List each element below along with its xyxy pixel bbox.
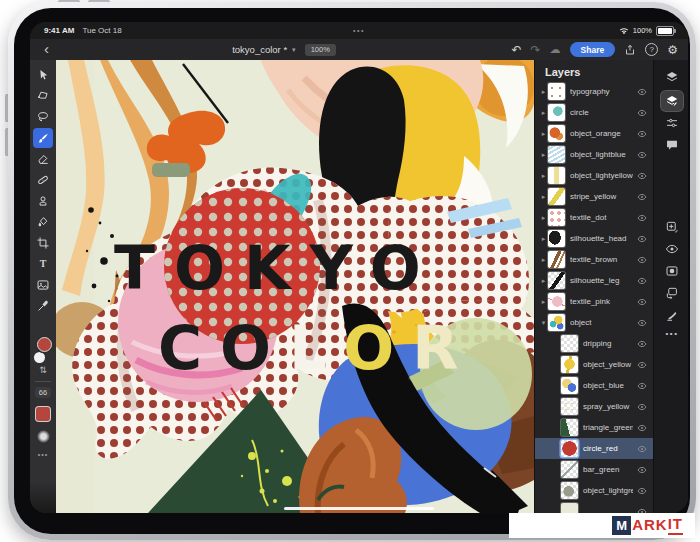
layer-row-silhouette_leg[interactable]: ▸silhouette_leg [535, 270, 653, 291]
chevron-right-icon[interactable]: ▸ [539, 109, 548, 117]
layer-row-textile_brown[interactable]: ▸textile_brown [535, 249, 653, 270]
document-title[interactable]: tokyo_color * [232, 44, 287, 55]
visibility-eye-icon[interactable] [637, 381, 647, 391]
visibility-eye-icon[interactable] [637, 444, 647, 454]
canvas-area[interactable]: TOKYO COLOR [56, 60, 534, 513]
visibility-eye-icon[interactable] [637, 465, 647, 475]
polygon-lasso-tool[interactable] [33, 86, 53, 106]
chevron-right-icon[interactable]: ▸ [539, 193, 548, 201]
layer-row-triangle_green[interactable]: triangle_green [535, 417, 653, 438]
layer-list[interactable]: ▸typography▸circle▸object_orange▸object_… [535, 81, 653, 513]
layer-row-circle[interactable]: ▸circle [535, 102, 653, 123]
visibility-eye-icon[interactable] [637, 255, 647, 265]
layer-row-stripe_yellow[interactable]: ▸stripe_yellow [535, 186, 653, 207]
layer-name: stripe_yellow [570, 192, 633, 201]
zoom-level-badge[interactable]: 100% [305, 44, 336, 56]
move-tool[interactable] [33, 65, 53, 85]
share-button[interactable]: Share [570, 42, 616, 57]
layer-fill-icon[interactable] [661, 307, 683, 323]
foreground-color-swatch[interactable] [37, 337, 52, 352]
swap-colors-icon[interactable]: ⇅ [39, 366, 47, 375]
visibility-eye-icon[interactable] [637, 213, 647, 223]
chevron-right-icon[interactable]: ▸ [539, 88, 548, 96]
help-icon[interactable]: ? [645, 43, 658, 56]
layer-row-dripping[interactable]: dripping [535, 333, 653, 354]
clone-stamp-tool[interactable] [33, 191, 53, 211]
layer-row-object_orange[interactable]: ▸object_orange [535, 123, 653, 144]
chevron-right-icon[interactable]: ▸ [539, 256, 548, 264]
chevron-down-icon[interactable]: ▾ [539, 319, 548, 327]
place-image-tool[interactable] [33, 275, 53, 295]
settings-gear-icon[interactable]: ⚙ [667, 44, 678, 56]
layer-row-circle_red[interactable]: circle_red [535, 438, 653, 459]
eyedropper-tool[interactable] [33, 296, 53, 316]
visibility-eye-icon[interactable] [637, 129, 647, 139]
visibility-eye-icon[interactable] [637, 297, 647, 307]
visibility-eye-icon[interactable] [637, 339, 647, 349]
visibility-eye-icon[interactable] [637, 486, 647, 496]
chevron-right-icon[interactable]: ▸ [539, 235, 548, 243]
current-color-swatch[interactable] [36, 407, 50, 421]
redo-icon[interactable]: ↷ [531, 44, 541, 56]
export-icon[interactable] [624, 44, 636, 56]
layer-row-object_lightblue[interactable]: ▸object_lightblue [535, 144, 653, 165]
healing-brush-tool[interactable] [33, 170, 53, 190]
lasso-tool[interactable] [33, 107, 53, 127]
layer-row-object_lightyellow[interactable]: ▸object_lightyellow [535, 165, 653, 186]
visibility-eye-icon[interactable] [637, 360, 647, 370]
home-indicator[interactable] [284, 507, 434, 511]
visibility-eye-icon[interactable] [637, 318, 647, 328]
chevron-right-icon[interactable]: ▸ [539, 172, 548, 180]
brush-size-badge[interactable]: 66 [35, 387, 51, 398]
toolbar-more-icon[interactable]: ••• [38, 451, 48, 458]
chevron-down-icon[interactable]: ▾ [292, 46, 296, 54]
layer-mask-icon[interactable] [661, 263, 683, 279]
chevron-right-icon[interactable]: ▸ [539, 151, 548, 159]
chevron-right-icon[interactable]: ▸ [539, 298, 548, 306]
taskbar-more-icon[interactable]: ••• [666, 329, 679, 338]
layer-row-object_lightgreen[interactable]: object_lightgreen [535, 480, 653, 501]
crop-tool[interactable] [33, 233, 53, 253]
visibility-eye-icon[interactable] [637, 192, 647, 202]
layer-row-bar_green[interactable]: bar_green [535, 459, 653, 480]
layer-row-spray_yellow[interactable]: spray_yellow [535, 396, 653, 417]
fill-tool[interactable] [33, 212, 53, 232]
layer-thumbnail [548, 167, 565, 184]
layer-row-object_blue[interactable]: object_blue [535, 375, 653, 396]
multitask-dots-icon[interactable]: ••• [30, 27, 688, 34]
layer-row-object_yellow[interactable]: object_yellow [535, 354, 653, 375]
chevron-right-icon[interactable]: ▸ [539, 277, 548, 285]
layer-properties-icon[interactable] [661, 91, 683, 111]
color-well[interactable] [33, 337, 53, 363]
layer-row-textile_dot[interactable]: ▸textile_dot [535, 207, 653, 228]
chevron-right-icon[interactable]: ▸ [539, 130, 548, 138]
visibility-eye-icon[interactable] [637, 108, 647, 118]
comment-icon[interactable] [661, 137, 683, 153]
visibility-eye-icon[interactable] [637, 276, 647, 286]
visibility-eye-icon[interactable] [637, 423, 647, 433]
visibility-eye-icon[interactable] [637, 150, 647, 160]
layer-row-partial[interactable] [535, 501, 653, 513]
background-color-swatch[interactable] [34, 352, 45, 363]
undo-icon[interactable]: ↶ [511, 44, 521, 56]
layers-panel-icon[interactable] [661, 69, 683, 85]
cloud-sync-icon[interactable]: ☁ [550, 44, 561, 55]
visibility-eye-icon[interactable] [637, 171, 647, 181]
visibility-eye-icon[interactable] [637, 402, 647, 412]
brush-tool[interactable] [33, 128, 53, 148]
clipping-mask-icon[interactable] [661, 285, 683, 301]
layer-row-textile_pink[interactable]: ▸textile_pink [535, 291, 653, 312]
layer-row-typography[interactable]: ▸typography [535, 81, 653, 102]
visibility-icon[interactable] [661, 241, 683, 257]
adjustments-icon[interactable] [661, 115, 683, 131]
layer-row-silhouette_head[interactable]: ▸silhouette_head [535, 228, 653, 249]
add-layer-icon[interactable] [661, 219, 683, 235]
visibility-eye-icon[interactable] [637, 234, 647, 244]
chevron-right-icon[interactable]: ▸ [539, 214, 548, 222]
layers-panel[interactable]: Layers ▸typography▸circle▸object_orange▸… [534, 60, 653, 513]
type-tool[interactable]: T [33, 254, 53, 274]
visibility-eye-icon[interactable] [637, 87, 647, 97]
brush-softness-preview[interactable] [37, 430, 50, 443]
layer-row-object[interactable]: ▾object [535, 312, 653, 333]
eraser-tool[interactable] [33, 149, 53, 169]
